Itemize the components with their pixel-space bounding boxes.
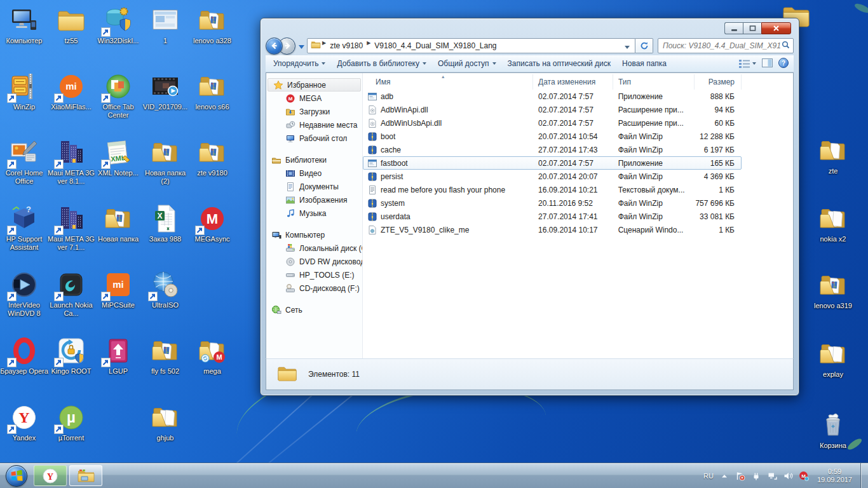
desktop-icon-explay[interactable]: explay — [810, 339, 857, 379]
desktop-icon-maui-meta-3g-ver-8-1[interactable]: Maui META 3G ver 8.1... — [48, 137, 95, 186]
action-center-flag-icon[interactable] — [735, 471, 745, 481]
sidebar-item-рабочий-стол[interactable]: Рабочий стол — [266, 132, 362, 145]
desktop-icon-corel-home-office[interactable]: Corel Home Office — [1, 137, 48, 186]
megasync-tray-icon[interactable]: M — [799, 471, 809, 481]
search-input[interactable] — [661, 41, 782, 51]
file-row-system[interactable]: system20.11.2016 9:52Файл WinZip757 696 … — [363, 196, 742, 210]
volume-icon[interactable] — [783, 471, 793, 481]
desktop-icon-vid-201709[interactable]: VID_201709... — [142, 71, 189, 111]
help-icon[interactable]: ? — [778, 58, 789, 70]
desktop-icon-ghjub[interactable]: ghjub — [142, 402, 189, 442]
sidebar-item-изображения[interactable]: Изображения — [266, 193, 362, 207]
file-row-persist[interactable]: persist20.07.2014 20:07Файл WinZip4 369 … — [363, 170, 742, 183]
file-row-adbwinusbapi-dll[interactable]: AdbWinUsbApi.dll02.07.2014 7:57Расширени… — [363, 116, 742, 130]
sidebar-item-hp-tools-e[interactable]: HP_TOOLS (E:) — [266, 268, 362, 281]
sidebar-item-сеть[interactable]: Сеть — [266, 303, 362, 316]
file-row-adbwinapi-dll[interactable]: AdbWinApi.dll02.07.2014 7:57Расширение п… — [363, 103, 742, 116]
back-button[interactable] — [266, 37, 283, 55]
column-header-имя[interactable]: ▲Имя — [363, 74, 533, 90]
desktop-icon-lenovo-a328[interactable]: lenovo a328 — [189, 5, 236, 45]
desktop-icon-tz55[interactable]: tz55 — [48, 5, 95, 45]
sidebar-item-библиотеки[interactable]: Библиотеки — [266, 153, 362, 166]
sidebar-item-загрузки[interactable]: Загрузки — [266, 105, 362, 118]
desktop-icon-launch-nokia-ca[interactable]: Launch Nokia Ca... — [48, 269, 95, 318]
show-desktop-button[interactable] — [860, 463, 868, 488]
desktop-icon-заказ-988[interactable]: XЗаказ 988 — [142, 203, 189, 243]
toolbar-item-записать-на-оптический-диск[interactable]: Записать на оптический диск — [502, 57, 617, 71]
language-indicator[interactable]: RU — [703, 472, 714, 480]
desktop-icon-win32diski[interactable]: Win32DiskI... — [95, 5, 142, 45]
file-row-boot[interactable]: boot20.07.2014 10:54Файл WinZip12 288 КБ — [363, 130, 742, 143]
window-titlebar[interactable] — [266, 18, 794, 36]
preview-pane-icon[interactable] — [762, 58, 773, 69]
desktop-icon-zte[interactable]: zte — [810, 135, 857, 175]
file-row-cache[interactable]: cache27.07.2014 17:43Файл WinZip6 197 КБ — [363, 143, 742, 156]
search-box[interactable] — [658, 38, 794, 53]
address-input[interactable]: ▶zte v9180▶V9180_4.4_Dual_SIM_X9180_Lang — [307, 38, 635, 53]
desktop-icon-ultraiso[interactable]: UltraISO — [142, 269, 189, 309]
file-row-adb[interactable]: adb02.07.2014 7:57Приложение888 КБ — [363, 90, 742, 103]
file-row-read-me-before-you-flash-your-phone[interactable]: read me before you flash your phone16.09… — [363, 183, 742, 196]
desktop-icon-kingo-root[interactable]: Kingo ROOT — [48, 336, 95, 376]
toolbar-item-упорядочить[interactable]: Упорядочить — [268, 57, 331, 71]
desktop-icon-новая-папка[interactable]: Новая папка — [95, 203, 142, 243]
desktop-icon-компьютер[interactable]: Компьютер — [1, 5, 48, 45]
sidebar-item-видео[interactable]: Видео — [266, 166, 362, 180]
power-plug-icon[interactable] — [751, 471, 761, 481]
network-icon[interactable] — [767, 471, 777, 481]
hidden-icons-arrow[interactable] — [719, 471, 729, 481]
desktop-icon-xml-notep[interactable]: XMLXML Notep... — [95, 137, 142, 177]
column-header-дата-изменения[interactable]: Дата изменения — [533, 74, 613, 90]
desktop-icon-новая-папка-2[interactable]: Новая папка (2) — [142, 137, 189, 186]
desktop-icon-1[interactable]: 1 — [142, 5, 189, 45]
desktop-icon-xiaomiflas[interactable]: miXiaoMiFlas... — [48, 71, 95, 111]
desktop-icon-maui-meta-3g-ver-7-1[interactable]: Maui META 3G ver 7.1... — [48, 203, 95, 252]
desktop-icon-torrent[interactable]: µµTorrent — [48, 402, 95, 442]
file-row-userdata[interactable]: userdata27.07.2014 17:41Файл WinZip33 08… — [363, 210, 742, 223]
recent-pages-dropdown[interactable] — [295, 40, 307, 51]
sidebar-item-dvd-rw-дисковод[interactable]: DVD RW дисковод ( — [266, 255, 362, 268]
desktop-icon-nokia-x2[interactable]: nokia x2 — [810, 203, 857, 243]
desktop-icon-zte-v9180[interactable]: zte v9180 — [189, 137, 236, 177]
desktop-icon-winzip[interactable]: WinZip — [1, 71, 48, 111]
start-button[interactable] — [6, 465, 27, 487]
sidebar-item-локальный-диск-c[interactable]: Локальный диск (C — [266, 241, 362, 255]
refresh-button[interactable] — [635, 38, 653, 53]
desktop-icon-lenovo-a319[interactable]: lenovo a319 — [810, 270, 857, 310]
sidebar-item-компьютер[interactable]: Компьютер — [266, 228, 362, 241]
desktop-icon-fly-fs-502[interactable]: fly fs 502 — [142, 336, 189, 376]
sidebar-item-музыка[interactable]: Музыка — [266, 207, 362, 220]
desktop-icon-mipcsuite[interactable]: miMiPCSuite — [95, 269, 142, 309]
toolbar-item-общий-доступ[interactable]: Общий доступ — [432, 57, 502, 71]
breadcrumb-item[interactable]: zte v9180 — [327, 40, 365, 51]
sidebar-item-mega[interactable]: MMEGA — [266, 92, 362, 105]
taskbar-clock[interactable]: 0:59 19.09.2017 — [815, 468, 855, 484]
maximize-button[interactable] — [743, 22, 761, 34]
desktop-icon-intervideo-windvd-8[interactable]: InterVideo WinDVD 8 — [1, 269, 48, 318]
sidebar-item-cd-дисковод-f[interactable]: CD-дисковод (F:) — [266, 281, 362, 295]
sidebar-item-избранное[interactable]: Избранное — [268, 78, 361, 92]
desktop-icon-office-tab-center[interactable]: Office Tab Center — [95, 71, 142, 119]
file-row-fastboot[interactable]: fastboot02.07.2014 7:57Приложение165 КБ — [363, 156, 742, 170]
views-icon[interactable] — [739, 60, 756, 68]
taskbar-button-explorer[interactable] — [69, 465, 102, 486]
address-dropdown-icon[interactable] — [621, 40, 633, 51]
desktop-icon-lenovo-s66[interactable]: lenovo s66 — [189, 71, 236, 111]
desktop-icon-браузер-opera[interactable]: Браузер Opera — [1, 336, 48, 376]
taskbar-button-yandex[interactable]: Y — [34, 465, 67, 486]
breadcrumb-item[interactable]: V9180_4.4_Dual_SIM_X9180_Lang — [372, 40, 499, 51]
close-button[interactable] — [761, 22, 791, 34]
desktop-icon-hp-support-assistant[interactable]: ?HP Support Assistant — [1, 203, 48, 252]
desktop-icon-mega[interactable]: Mmega — [189, 336, 236, 376]
column-header-тип[interactable]: Тип — [613, 74, 695, 90]
file-row-zte-v5-v9180-clike-me[interactable]: ZTE_V5_V9180_clike_me16.09.2014 10:17Сце… — [363, 223, 742, 236]
desktop-icon-megasync[interactable]: MMEGAsync — [189, 203, 236, 243]
toolbar-item-добавить-в-библиотеку[interactable]: Добавить в библиотеку — [331, 57, 432, 71]
toolbar-item-новая-папка[interactable]: Новая папка — [616, 57, 672, 71]
sidebar-item-документы[interactable]: Документы — [266, 180, 362, 193]
sidebar-item-недавние-места[interactable]: Недавние места — [266, 118, 362, 132]
views-dropdown-icon[interactable] — [752, 62, 756, 65]
minimize-button[interactable] — [724, 22, 743, 34]
desktop-icon-корзина[interactable]: Корзина — [810, 410, 857, 450]
column-header-размер[interactable]: Размер — [695, 74, 742, 90]
